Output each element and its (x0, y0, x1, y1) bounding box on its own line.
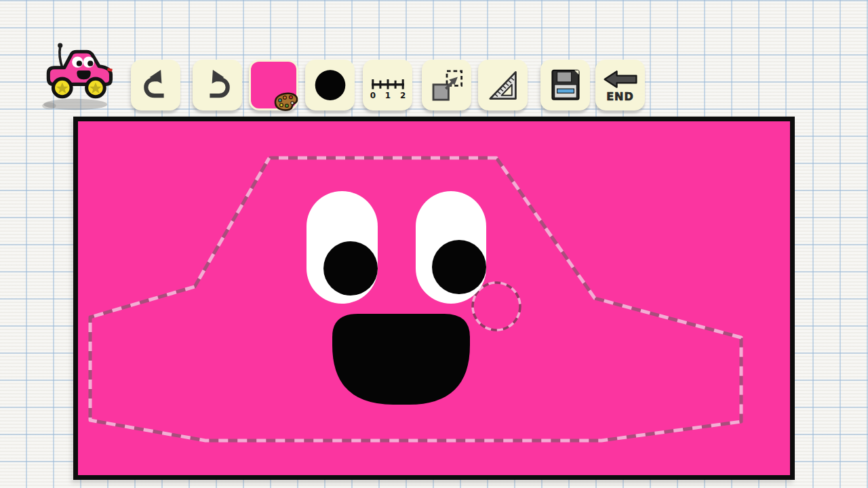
save-button[interactable] (540, 60, 590, 110)
dashed-circle-cursor (473, 283, 520, 330)
mascot-antenna (60, 47, 62, 68)
color-picker-button[interactable] (249, 60, 298, 110)
painted-face (307, 191, 486, 405)
redo-button[interactable] (193, 60, 242, 110)
mascot-mouth (77, 70, 90, 79)
end-arrow-icon (602, 68, 639, 90)
end-button[interactable]: END (595, 60, 645, 110)
set-square-button[interactable] (478, 60, 528, 110)
undo-arrow-icon (137, 66, 175, 105)
transform-selection-button[interactable] (422, 60, 471, 110)
palette-icon (273, 92, 300, 112)
ruler-label-0: 0 (370, 91, 375, 100)
right-eye-pupil (432, 240, 486, 294)
ruler-label-1: 1 (384, 91, 390, 100)
end-button-label: END (606, 92, 634, 102)
ruler-label-2: 2 (400, 91, 406, 100)
save-floppy-icon (547, 65, 585, 106)
drawing-canvas[interactable] (73, 117, 795, 480)
move-selection-icon (427, 65, 467, 106)
brush-size-dot-icon (310, 64, 351, 106)
left-eye-pupil (323, 241, 378, 296)
mouth (332, 314, 470, 405)
redo-arrow-icon (199, 66, 237, 105)
ruler-button[interactable]: 0 1 2 (363, 60, 412, 110)
undo-button[interactable] (131, 60, 180, 110)
brush-size-button[interactable] (305, 60, 355, 110)
mascot-wheel-right (87, 79, 105, 97)
set-square-icon (484, 65, 523, 106)
ruler-icon: 0 1 2 (367, 64, 409, 107)
mascot-wheel-left (53, 79, 71, 97)
mascot-car-logo (39, 35, 126, 113)
canvas-drawing-layer (78, 121, 790, 475)
